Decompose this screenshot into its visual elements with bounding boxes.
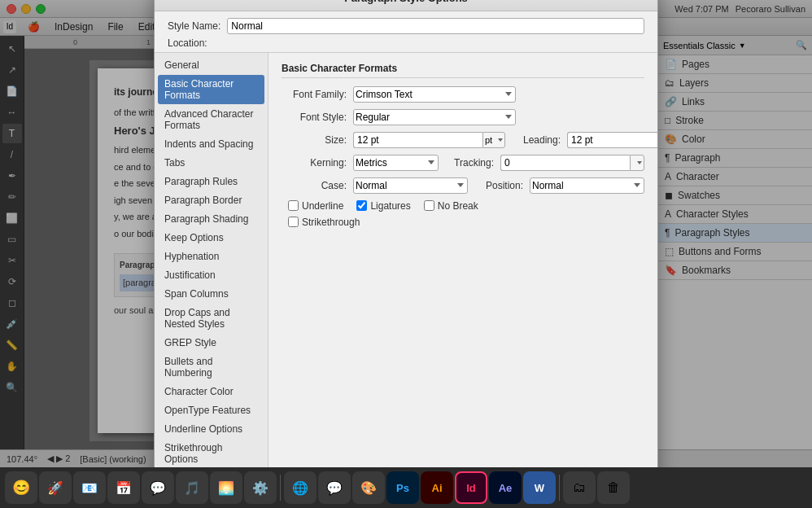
taskbar-chrome[interactable]: 🌐 — [284, 471, 317, 504]
taskbar-finder2[interactable]: 🗂 — [563, 471, 596, 504]
font-family-select[interactable]: Crimson Text — [353, 86, 516, 103]
checkbox-row-2: Strikethrough — [282, 217, 644, 228]
ligatures-checkbox-label[interactable]: Ligatures — [356, 200, 410, 212]
ligatures-label: Ligatures — [370, 200, 410, 212]
font-family-label: Font Family: — [282, 89, 347, 100]
taskbar-ps[interactable]: Ps — [386, 471, 419, 504]
taskbar-photos[interactable]: 🌅 — [210, 471, 242, 504]
dialog-nav: General Basic Character Formats Advanced… — [155, 53, 268, 490]
taskbar-word[interactable]: W — [523, 471, 556, 504]
dialog-content: Basic Character Formats Font Family: Cri… — [268, 53, 657, 490]
dialog-body: General Basic Character Formats Advanced… — [155, 53, 657, 490]
nav-opentype[interactable]: OpenType Features — [158, 401, 264, 419]
nav-strike-opts[interactable]: Strikethrough Options — [158, 439, 264, 468]
font-family-row: Font Family: Crimson Text — [282, 86, 644, 103]
no-break-label: No Break — [438, 200, 478, 212]
taskbar-figma[interactable]: 🎨 — [352, 471, 385, 504]
kerning-select[interactable]: Metrics — [353, 155, 439, 171]
kerning-label: Kerning: — [282, 157, 347, 169]
underline-checkbox[interactable] — [288, 200, 299, 211]
taskbar-messages[interactable]: 💬 — [142, 471, 174, 504]
no-break-checkbox-label[interactable]: No Break — [424, 200, 478, 212]
style-name-section: Style Name: Location: — [155, 11, 657, 53]
content-title: Basic Character Formats — [282, 63, 644, 78]
nav-keep-options[interactable]: Keep Options — [158, 229, 264, 247]
nav-general[interactable]: General — [158, 56, 264, 74]
position-label: Position: — [474, 180, 523, 191]
paragraph-style-options-dialog: Paragraph Style Options Style Name: Loca… — [154, 0, 658, 508]
leading-input-group: pt — [567, 132, 657, 148]
nav-para-shading[interactable]: Paragraph Shading — [158, 210, 264, 228]
taskbar-slack[interactable]: 💬 — [318, 471, 351, 504]
modal-overlay: Paragraph Style Options Style Name: Loca… — [0, 0, 812, 508]
taskbar-mail[interactable]: 📧 — [73, 471, 106, 504]
tracking-label: Tracking: — [445, 157, 494, 169]
font-style-label: Font Style: — [282, 112, 347, 123]
nav-grep[interactable]: GREP Style — [158, 334, 264, 352]
no-break-checkbox[interactable] — [424, 200, 434, 211]
underline-label: Underline — [302, 200, 343, 212]
nav-indents[interactable]: Indents and Spacing — [158, 135, 264, 153]
nav-underline-opts[interactable]: Underline Options — [158, 420, 264, 438]
taskbar-id[interactable]: Id — [455, 471, 487, 504]
nav-para-rules[interactable]: Paragraph Rules — [158, 173, 264, 190]
underline-checkbox-label[interactable]: Underline — [288, 200, 343, 212]
taskbar-trash[interactable]: 🗑 — [597, 471, 630, 504]
size-leading-row: Size: pt Leading: pt — [282, 132, 644, 148]
leading-input[interactable] — [567, 132, 657, 148]
strikethrough-checkbox-label[interactable]: Strikethrough — [288, 217, 360, 228]
strikethrough-checkbox[interactable] — [288, 217, 299, 227]
taskbar-settings[interactable]: ⚙️ — [244, 471, 277, 504]
taskbar: 😊 🚀 📧 📅 💬 🎵 🌅 ⚙️ 🌐 💬 🎨 Ps Ai Id Ae W 🗂 🗑 — [0, 467, 812, 508]
taskbar-calendar[interactable]: 📅 — [107, 471, 140, 504]
nav-basic-char[interactable]: Basic Character Formats — [158, 75, 264, 104]
leading-label: Leading: — [512, 134, 561, 146]
dialog-title: Paragraph Style Options — [155, 0, 657, 11]
nav-hyphenation[interactable]: Hyphenation — [158, 247, 264, 265]
nav-adv-char[interactable]: Advanced Character Formats — [158, 105, 264, 134]
size-input-group: pt — [353, 132, 505, 148]
kerning-tracking-row: Kerning: Metrics Tracking: — [282, 155, 644, 171]
nav-tabs[interactable]: Tabs — [158, 154, 264, 172]
style-name-label: Style Name: — [168, 20, 220, 32]
taskbar-finder[interactable]: 😊 — [5, 471, 37, 504]
font-style-select[interactable]: Regular — [353, 109, 516, 125]
tracking-unit-select[interactable] — [630, 155, 644, 171]
case-select[interactable]: Normal — [353, 177, 468, 194]
size-unit-select[interactable]: pt — [482, 132, 505, 148]
taskbar-music[interactable]: 🎵 — [176, 471, 208, 504]
taskbar-sep-1 — [280, 475, 281, 501]
position-select[interactable]: Normal — [530, 177, 644, 194]
size-input[interactable] — [353, 132, 482, 148]
nav-drop-caps[interactable]: Drop Caps and Nested Styles — [158, 304, 264, 333]
font-style-row: Font Style: Regular — [282, 109, 644, 125]
taskbar-launchpad[interactable]: 🚀 — [39, 471, 72, 504]
nav-para-border[interactable]: Paragraph Border — [158, 191, 264, 209]
ligatures-checkbox[interactable] — [356, 200, 367, 211]
nav-bullets[interactable]: Bullets and Numbering — [158, 353, 264, 382]
taskbar-ae[interactable]: Ae — [489, 471, 522, 504]
case-label: Case: — [282, 180, 347, 191]
taskbar-sep-2 — [559, 475, 560, 501]
nav-span-cols[interactable]: Span Columns — [158, 285, 264, 303]
style-name-input[interactable] — [227, 18, 644, 34]
nav-justification[interactable]: Justification — [158, 266, 264, 284]
tracking-input-group — [500, 155, 644, 171]
case-position-row: Case: Normal Position: Normal — [282, 177, 644, 194]
checkbox-row-1: Underline Ligatures No Break — [282, 200, 644, 212]
taskbar-ai[interactable]: Ai — [421, 471, 453, 504]
nav-char-color[interactable]: Character Color — [158, 383, 264, 401]
tracking-input[interactable] — [500, 155, 630, 171]
location-label: Location: — [168, 37, 207, 49]
size-label: Size: — [282, 134, 347, 146]
strikethrough-label: Strikethrough — [302, 217, 360, 228]
